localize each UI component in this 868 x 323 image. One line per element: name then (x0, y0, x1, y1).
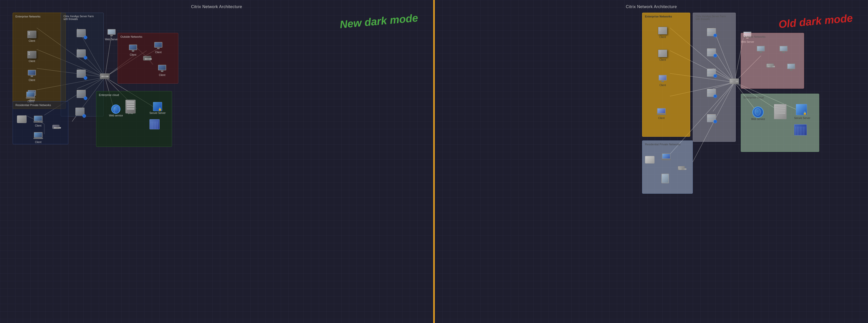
server-icon-2 (27, 50, 37, 60)
r-laptop-1 (656, 107, 666, 117)
new-dark-mode-label: New dark mode (339, 12, 418, 31)
secure-server-icon (153, 101, 163, 112)
right-fw-2 (707, 48, 716, 56)
outside-monitor-3 (157, 63, 167, 74)
left-client-2: Client (27, 50, 37, 62)
right-client-2: Client (658, 48, 668, 61)
firewall-icon-1 (76, 28, 86, 38)
res-switch-icon (51, 122, 61, 132)
server-icon-1 (27, 29, 37, 39)
left-fw-4 (76, 89, 86, 99)
left-outside-hub (143, 56, 151, 60)
server-icon-xenapp (75, 107, 85, 117)
left-outside-client-3: Client (157, 63, 167, 77)
right-outside-box: Outside Networks (741, 33, 804, 89)
left-client-3: Client (27, 68, 37, 82)
right-client-3: Client (658, 74, 668, 87)
outside-monitor-1 (128, 43, 138, 53)
left-client-1: Client (27, 29, 37, 42)
left-outside-client-1: Client (128, 43, 138, 56)
left-res-laptop-2: Client (33, 130, 43, 144)
right-res-switch (678, 166, 685, 170)
left-dns: DNS (125, 101, 135, 114)
left-residential-label: Residential Private Networks (16, 104, 51, 107)
svg-line-8 (105, 35, 111, 77)
right-xenapp-label: Citrix XenApp Server Farmwith firewalls (695, 15, 725, 21)
right-residential-box: Residential Private Networks (642, 141, 693, 194)
right-panel: Citrix Network Architecture Old dark mod… (435, 0, 868, 323)
left-cloud-label: Enterprise cloud (99, 93, 119, 96)
left-outside-client-2: Client (153, 41, 163, 54)
right-residential-label: Residential Private Networks (645, 143, 681, 146)
right-printer (645, 156, 655, 164)
right-cloud-rack (774, 104, 786, 119)
left-secure-server: Secure Server (150, 101, 166, 114)
r-monitor-1 (658, 74, 668, 84)
right-fw-1 (707, 28, 716, 36)
firewall-icon-4 (76, 89, 86, 99)
left-fw-5 (75, 107, 85, 117)
right-hub (730, 79, 739, 84)
right-secure-server: Secure Server (794, 104, 810, 119)
old-dark-mode-label: Old dark mode (778, 12, 853, 30)
right-cloud-box: Enterprise cloud Web service Secure Serv… (741, 94, 819, 152)
right-outside-label: Outside Networks (744, 35, 766, 38)
left-res-laptop-1: Client (33, 114, 43, 127)
right-out-m3 (786, 63, 796, 71)
left-printer (17, 114, 27, 124)
right-out-m1 (756, 46, 765, 53)
right-web-service: Web service (751, 107, 765, 120)
outside-monitor-2 (153, 41, 163, 51)
res-laptop-icon-2 (33, 130, 43, 141)
right-cloud-label: Enterprise cloud (744, 96, 764, 99)
globe-icon (111, 104, 121, 114)
rack-icon-dns (125, 101, 135, 112)
right-xenapp-box: Citrix XenApp Server Farmwith firewalls (693, 13, 736, 142)
left-web-server: Web Server (105, 28, 118, 41)
right-out-m2 (779, 46, 788, 53)
printer-icon (17, 114, 27, 124)
right-fw-4 (707, 89, 716, 97)
firewall-icon-3 (76, 68, 86, 79)
left-cloud-city (150, 119, 160, 129)
left-enterprise-box: Enterprise Networks Client Client Client… (13, 13, 66, 109)
laptop-icon-1 (26, 90, 36, 100)
right-enterprise-label: Enterprise Networks (645, 15, 672, 18)
res-laptop-icon-1 (33, 114, 43, 124)
left-fw-2 (76, 48, 86, 58)
right-panel-title: Citrix Network Architecture (626, 5, 677, 9)
left-hub (100, 74, 110, 79)
left-outside-box: Outside Networks Client Client Client (118, 33, 178, 84)
right-res-laptop (661, 153, 671, 160)
left-residential-box: Residential Private Networks Client Clie… (13, 101, 68, 144)
city-icon (150, 119, 160, 129)
left-panel: Citrix Network Architecture New dark mod… (0, 0, 433, 323)
left-enterprise-label: Enterprise Networks (16, 15, 40, 18)
monitor-icon-1 (27, 68, 37, 79)
right-res-tablet (661, 174, 669, 183)
left-res-switch (51, 122, 61, 132)
right-fw-3 (707, 68, 716, 77)
right-client-1: Client (658, 26, 668, 38)
right-cloud-city (794, 124, 807, 136)
left-panel-title: Citrix Network Architecture (191, 5, 242, 9)
left-cloud-box: Enterprise cloud Web service DNS Secure … (96, 91, 172, 147)
firewall-icon-2 (76, 48, 86, 58)
left-web-service: Web service (109, 104, 123, 117)
right-enterprise-box: Enterprise Networks Client Client Client… (642, 13, 690, 137)
right-client-4-laptop: Client (656, 107, 666, 119)
left-xenapp-label: Citrix XenApp Server Farmwith firewalls (63, 15, 94, 21)
r-server-2 (658, 48, 668, 58)
web-server-icon (106, 28, 117, 38)
right-fw-5 (707, 114, 716, 122)
left-fw-1 (76, 28, 86, 38)
left-fw-3 (76, 68, 86, 79)
r-server-1 (658, 26, 668, 36)
right-out-hub (766, 63, 774, 67)
left-outside-label: Outside Networks (120, 35, 143, 38)
